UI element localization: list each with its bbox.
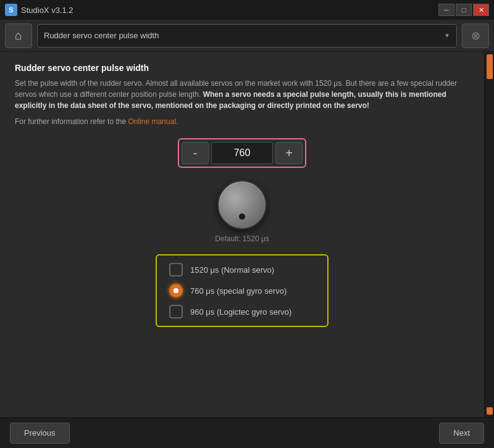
- radio-label-1520: 1520 μs (Normal servo): [190, 265, 274, 275]
- content-pane: Rudder servo center pulse width Set the …: [0, 52, 484, 417]
- radio-inner-dot: [174, 288, 178, 293]
- section-title: Rudder servo center pulse width: [15, 63, 469, 73]
- toolbar: ⌂ Rudder servo center pulse width ▼ ⊗: [0, 20, 494, 52]
- online-manual-link[interactable]: Online manual.: [128, 117, 178, 126]
- radio-label-960: 960 μs (Logictec gyro servo): [190, 307, 291, 317]
- home-icon: ⌂: [15, 28, 22, 43]
- radio-option-760[interactable]: 760 μs (special gyro servo): [169, 284, 315, 297]
- value-display: 760: [211, 142, 273, 164]
- dropdown-text: Rudder servo center pulse width: [44, 31, 159, 40]
- knob-indicator: [239, 214, 245, 220]
- bottom-bar: Previous Next: [0, 417, 494, 448]
- scroll-thumb-bottom[interactable]: [487, 407, 493, 415]
- radio-option-960[interactable]: 960 μs (Logictec gyro servo): [169, 305, 315, 318]
- knob-container: Default: 1520 μs: [215, 180, 269, 243]
- control-area: - 760 + Default: 1520 μs 1520 μs (Normal…: [15, 138, 469, 327]
- previous-button[interactable]: Previous: [10, 423, 70, 444]
- app-icon: S: [5, 4, 17, 16]
- gear-icon: ⊗: [471, 29, 480, 43]
- close-button[interactable]: ✕: [473, 4, 489, 16]
- scroll-thumb-top[interactable]: [487, 54, 493, 79]
- window-controls: ─ □ ✕: [438, 4, 489, 16]
- default-label: Default: 1520 μs: [215, 234, 269, 243]
- radio-option-1520[interactable]: 1520 μs (Normal servo): [169, 263, 315, 276]
- number-input-container: - 760 +: [178, 138, 306, 168]
- minimize-button[interactable]: ─: [438, 4, 454, 16]
- decrement-button[interactable]: -: [182, 142, 209, 164]
- main-content: Rudder servo center pulse width Set the …: [0, 52, 494, 417]
- settings-button[interactable]: ⊗: [462, 23, 489, 48]
- rotary-knob[interactable]: [217, 180, 267, 230]
- radio-button-960[interactable]: [169, 305, 183, 318]
- scrollbar[interactable]: [484, 52, 494, 417]
- section-description: Set the pulse width of the rudder servo.…: [15, 78, 469, 111]
- title-bar: S StudioX v3.1.2 ─ □ ✕: [0, 0, 494, 20]
- further-info: For further information refer to the Onl…: [15, 117, 469, 126]
- options-box: 1520 μs (Normal servo) 760 μs (special g…: [156, 254, 329, 327]
- app-title: StudioX v3.1.2: [21, 6, 438, 15]
- home-button[interactable]: ⌂: [5, 23, 32, 48]
- radio-label-760: 760 μs (special gyro servo): [190, 286, 287, 296]
- page-dropdown[interactable]: Rudder servo center pulse width ▼: [37, 24, 457, 48]
- increment-button[interactable]: +: [275, 142, 303, 164]
- radio-button-760[interactable]: [169, 284, 183, 297]
- maximize-button[interactable]: □: [456, 4, 472, 16]
- radio-button-1520[interactable]: [169, 263, 183, 276]
- chevron-down-icon: ▼: [444, 32, 450, 39]
- next-button[interactable]: Next: [439, 423, 484, 444]
